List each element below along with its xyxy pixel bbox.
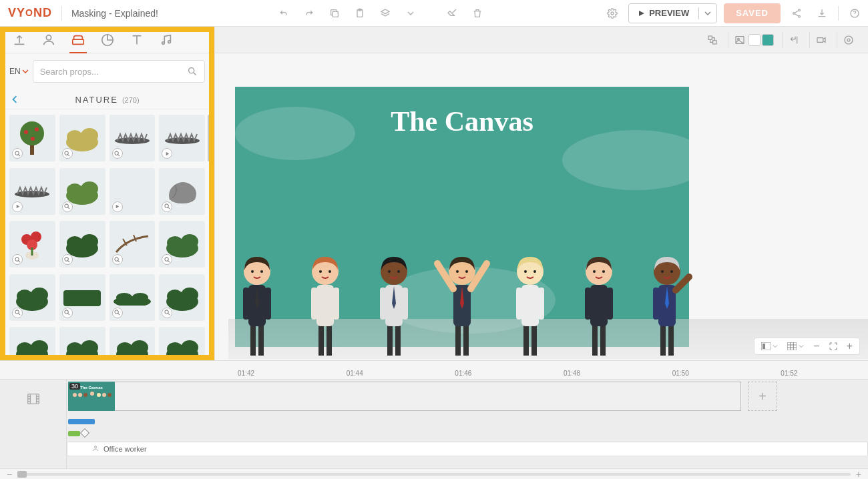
svg-rect-136 bbox=[653, 288, 659, 320]
scene-track[interactable] bbox=[68, 382, 741, 411]
timeline-body[interactable]: 30 The Canvas + Office worker bbox=[67, 380, 868, 468]
svg-point-124 bbox=[533, 270, 536, 273]
prop-hedge[interactable] bbox=[59, 274, 105, 321]
svg-point-42 bbox=[115, 258, 118, 261]
zoom-icon[interactable] bbox=[162, 308, 172, 318]
zoom-in-button[interactable]: + bbox=[844, 340, 855, 352]
prop-tree[interactable] bbox=[9, 115, 55, 161]
enter-icon[interactable] bbox=[787, 33, 801, 47]
zoom-icon[interactable] bbox=[62, 148, 73, 159]
character[interactable] bbox=[296, 237, 354, 364]
download-icon[interactable] bbox=[813, 4, 831, 23]
character-tab-icon[interactable] bbox=[41, 33, 56, 47]
chevron-down-icon[interactable] bbox=[401, 4, 420, 23]
timeline-left bbox=[0, 380, 67, 468]
help-icon[interactable] bbox=[845, 4, 864, 23]
prop-bush-berries[interactable] bbox=[59, 168, 105, 215]
zoom-icon[interactable] bbox=[12, 254, 23, 265]
zoom-slider[interactable] bbox=[17, 473, 851, 476]
prop-bush-small[interactable] bbox=[159, 221, 205, 268]
svg-rect-0 bbox=[333, 11, 338, 17]
zoom-icon[interactable] bbox=[162, 254, 172, 265]
zoom-icon[interactable] bbox=[12, 148, 23, 159]
zoom-in-icon[interactable]: + bbox=[856, 469, 861, 480]
zoom-out-button[interactable]: − bbox=[811, 340, 822, 352]
upload-tab-icon[interactable] bbox=[12, 33, 27, 47]
prop-trap-1[interactable] bbox=[110, 115, 156, 161]
zoom-out-icon[interactable]: − bbox=[7, 469, 12, 480]
camera-icon[interactable] bbox=[814, 33, 829, 47]
svg-point-151 bbox=[107, 393, 112, 397]
trash-icon[interactable] bbox=[468, 4, 487, 23]
image-icon[interactable] bbox=[732, 33, 747, 47]
svg-point-23 bbox=[65, 151, 68, 154]
undo-icon[interactable] bbox=[274, 4, 293, 23]
prop-bouquet[interactable] bbox=[9, 221, 55, 268]
prop-sparkles[interactable] bbox=[110, 168, 156, 215]
replace-icon[interactable] bbox=[705, 33, 720, 47]
svg-rect-97 bbox=[316, 285, 334, 326]
prop-trap-3[interactable] bbox=[9, 168, 55, 215]
zoom-icon[interactable] bbox=[112, 254, 123, 265]
prop-trap-2[interactable] bbox=[159, 115, 205, 161]
character[interactable] bbox=[638, 237, 696, 364]
zoom-icon[interactable] bbox=[62, 308, 73, 318]
add-scene-button[interactable]: + bbox=[748, 382, 777, 411]
redo-icon[interactable] bbox=[300, 4, 318, 23]
zoom-icon[interactable] bbox=[112, 308, 123, 318]
zoom-icon[interactable] bbox=[112, 148, 123, 159]
prop-branch[interactable] bbox=[110, 221, 156, 268]
character[interactable] bbox=[570, 237, 628, 364]
character[interactable] bbox=[365, 237, 423, 364]
chart-tab-icon[interactable] bbox=[100, 33, 115, 47]
svg-point-29 bbox=[67, 183, 83, 197]
svg-point-45 bbox=[181, 234, 198, 249]
svg-point-54 bbox=[116, 293, 132, 302]
color-swatch-teal[interactable] bbox=[762, 34, 774, 46]
preview-caret-icon[interactable] bbox=[698, 7, 716, 19]
prop-shrub-1[interactable] bbox=[9, 274, 55, 321]
character[interactable] bbox=[501, 237, 559, 364]
grid-button[interactable] bbox=[785, 342, 807, 350]
play-icon[interactable] bbox=[112, 201, 123, 212]
play-icon[interactable] bbox=[162, 148, 172, 159]
zoom-icon[interactable] bbox=[12, 308, 23, 318]
fit-button[interactable] bbox=[827, 342, 840, 350]
zoom-icon[interactable] bbox=[62, 201, 73, 212]
text-tab-icon[interactable] bbox=[130, 33, 144, 47]
scene-thumbnail[interactable]: 30 The Canvas bbox=[68, 382, 115, 411]
color-swatch-white[interactable] bbox=[748, 34, 761, 46]
paste-icon[interactable] bbox=[351, 4, 369, 23]
copy-icon[interactable] bbox=[325, 4, 344, 23]
character[interactable] bbox=[228, 237, 286, 364]
layers-icon[interactable] bbox=[376, 4, 395, 23]
prop-shrub-2[interactable] bbox=[159, 274, 205, 321]
zoom-icon[interactable] bbox=[162, 201, 172, 212]
document-title: Masking - Explained! bbox=[67, 8, 158, 19]
view-mode-button[interactable] bbox=[758, 342, 781, 350]
timeline-audio-track[interactable]: Office worker bbox=[67, 442, 868, 456]
scene-settings-icon[interactable] bbox=[841, 33, 856, 47]
svg-point-16 bbox=[24, 130, 28, 134]
settings-icon[interactable] bbox=[603, 4, 622, 23]
prop-bush-dark[interactable] bbox=[59, 221, 105, 268]
search-props-input[interactable] bbox=[33, 60, 205, 83]
filmstrip-icon[interactable] bbox=[26, 392, 41, 406]
svg-rect-117 bbox=[523, 324, 529, 356]
prop-bush-yellow[interactable] bbox=[59, 115, 105, 161]
prop-rock[interactable] bbox=[159, 168, 205, 215]
language-selector[interactable]: EN bbox=[9, 67, 29, 76]
audio-tab-icon[interactable] bbox=[159, 33, 174, 47]
play-icon[interactable] bbox=[12, 201, 23, 212]
stage[interactable]: The Canvas bbox=[235, 87, 689, 347]
svg-rect-91 bbox=[265, 288, 271, 320]
prop-tab-icon[interactable] bbox=[71, 33, 85, 47]
timeline-track-blue[interactable] bbox=[67, 419, 868, 427]
category-back-icon[interactable] bbox=[11, 94, 19, 106]
character[interactable] bbox=[433, 237, 491, 364]
zoom-icon[interactable] bbox=[62, 254, 73, 265]
eraser-icon[interactable] bbox=[443, 4, 461, 23]
preview-button[interactable]: PREVIEW bbox=[628, 3, 717, 23]
prop-shrub-low[interactable] bbox=[110, 274, 156, 321]
share-icon[interactable] bbox=[787, 4, 806, 23]
